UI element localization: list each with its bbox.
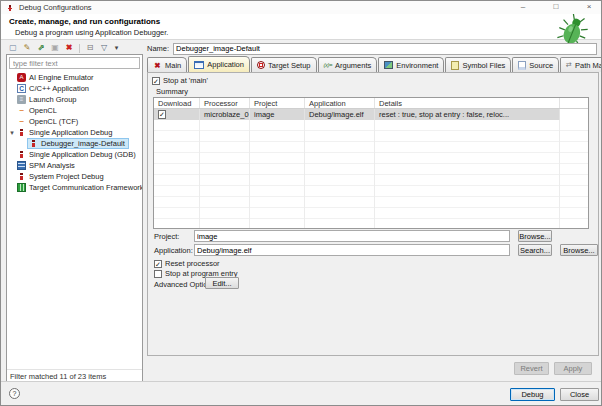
minimize-button[interactable]: – bbox=[517, 1, 529, 13]
application-tab-content: ✓ Stop at 'main' Summary Download Proces… bbox=[147, 72, 599, 356]
sidebar-item-ai-engine-emulator[interactable]: AI Engine Emulator bbox=[7, 72, 142, 83]
tab-source[interactable]: Source bbox=[512, 57, 559, 72]
table-row[interactable]: ✓ microblaze_0 image Debug/image.elf res… bbox=[154, 109, 588, 120]
sidebar-item-target-communication-framework[interactable]: Target Communication Framework bbox=[7, 182, 142, 193]
sidebar-item-spm-analysis[interactable]: SPM Analysis bbox=[7, 160, 142, 171]
window-title: Debug Configurations bbox=[19, 3, 92, 12]
maximize-button[interactable]: □ bbox=[550, 1, 562, 13]
spm-analysis-icon bbox=[17, 161, 26, 170]
tab-main[interactable]: Main bbox=[147, 57, 187, 72]
tree-item-label: Single Application Debug (GDB) bbox=[29, 150, 136, 159]
debug-button[interactable]: Debug bbox=[510, 388, 555, 401]
opencl-icon bbox=[17, 106, 26, 115]
reset-processor-checkbox[interactable]: ✓ bbox=[154, 260, 162, 268]
column-header-processor[interactable]: Processor bbox=[200, 98, 250, 108]
project-browse-button[interactable]: Browse... bbox=[518, 230, 552, 242]
environment-icon bbox=[384, 61, 393, 69]
duplicate-config-icon[interactable]: ▣ bbox=[50, 43, 60, 53]
target-setup-icon bbox=[257, 61, 265, 69]
project-row: Project: Browse... bbox=[154, 230, 594, 242]
filter-input[interactable] bbox=[9, 57, 140, 69]
filter-menu-caret-icon[interactable]: ▾ bbox=[113, 43, 120, 53]
stop-at-main-checkbox-row[interactable]: ✓ Stop at 'main' bbox=[152, 76, 208, 85]
debug-bug-icon bbox=[17, 172, 26, 182]
tab-label: Symbol Files bbox=[462, 61, 505, 70]
sidebar-item-single-application-debug-gdb[interactable]: Single Application Debug (GDB) bbox=[7, 149, 142, 160]
close-window-button[interactable]: × bbox=[583, 1, 595, 13]
name-row: Name: bbox=[147, 42, 599, 55]
application-input[interactable] bbox=[194, 244, 510, 256]
collapse-all-icon[interactable]: ⊟ bbox=[85, 43, 95, 53]
application-label: Application: bbox=[154, 246, 194, 255]
sidebar-item-launch-group[interactable]: Launch Group bbox=[7, 94, 142, 105]
ai-engine-icon bbox=[17, 73, 26, 82]
sidebar-toolbar: ▢ ✎ ⇗ ▣ ✖ ⊟ ▽ ▾ bbox=[6, 42, 143, 54]
stop-at-main-checkbox[interactable]: ✓ bbox=[152, 77, 160, 85]
column-header-project[interactable]: Project bbox=[250, 98, 305, 108]
tab-application[interactable]: Application bbox=[188, 56, 250, 72]
tab-path-map[interactable]: Path Map bbox=[560, 57, 602, 72]
processor-cell: microblaze_0 bbox=[200, 109, 250, 120]
tab-symbol-files[interactable]: Symbol Files bbox=[445, 57, 511, 72]
sidebar-item-opencl[interactable]: OpenCL bbox=[7, 105, 142, 116]
selected-tree-item: Debugger_image-Default bbox=[27, 138, 129, 149]
configurations-tree-panel: AI Engine Emulator C/C++ Application Lau… bbox=[6, 54, 143, 383]
reset-processor-checkbox-row[interactable]: ✓ Reset processor bbox=[154, 259, 220, 268]
tab-label: Application bbox=[207, 60, 244, 69]
stop-at-program-entry-checkbox[interactable] bbox=[154, 270, 162, 278]
debug-bug-icon bbox=[6, 4, 14, 12]
expand-arrow-icon[interactable]: ▾ bbox=[7, 129, 17, 137]
main-icon bbox=[153, 61, 162, 70]
export-config-icon[interactable]: ⇗ bbox=[36, 43, 46, 53]
debug-bug-icon bbox=[29, 139, 38, 149]
column-header-download[interactable]: Download bbox=[154, 98, 200, 108]
tree-item-label: Launch Group bbox=[29, 95, 77, 104]
sidebar-item-opencl-tcf[interactable]: OpenCL (TCF) bbox=[7, 116, 142, 127]
advanced-options-edit-button[interactable]: Edit... bbox=[205, 277, 239, 289]
application-cell: Debug/image.elf bbox=[305, 109, 375, 120]
close-button[interactable]: Close bbox=[560, 388, 599, 401]
banner-subtitle: Debug a program using Application Debugg… bbox=[15, 28, 168, 37]
titlebar: Debug Configurations – □ × bbox=[1, 1, 602, 14]
column-header-details[interactable]: Details bbox=[375, 98, 560, 108]
tab-label: Path Map bbox=[575, 61, 602, 70]
application-search-button[interactable]: Search... bbox=[518, 244, 552, 256]
name-input[interactable] bbox=[173, 43, 597, 55]
application-browse-button[interactable]: Browse... bbox=[560, 244, 598, 256]
apply-button[interactable]: Apply bbox=[554, 362, 592, 375]
download-checkbox[interactable]: ✓ bbox=[158, 110, 166, 119]
tab-environment[interactable]: Environment bbox=[378, 57, 444, 72]
reset-processor-label: Reset processor bbox=[165, 259, 220, 268]
configurations-tree: AI Engine Emulator C/C++ Application Lau… bbox=[7, 71, 142, 369]
revert-button[interactable]: Revert bbox=[514, 362, 549, 375]
table-gridline bbox=[304, 120, 305, 228]
help-icon[interactable]: ? bbox=[9, 388, 20, 399]
sidebar-item-system-project-debug[interactable]: System Project Debug bbox=[7, 171, 142, 182]
tree-item-label: OpenCL (TCF) bbox=[29, 117, 78, 126]
tab-target-setup[interactable]: Target Setup bbox=[251, 57, 317, 72]
banner-title: Create, manage, and run configurations bbox=[9, 17, 160, 26]
filter-config-icon[interactable]: ▽ bbox=[99, 43, 109, 53]
sidebar-item-cpp-application[interactable]: C/C++ Application bbox=[7, 83, 142, 94]
stop-at-main-label: Stop at 'main' bbox=[163, 76, 208, 85]
tree-item-label: C/C++ Application bbox=[29, 84, 89, 93]
tab-label: Main bbox=[165, 61, 181, 70]
tcf-icon bbox=[17, 183, 26, 192]
tree-item-label: AI Engine Emulator bbox=[29, 73, 94, 82]
configuration-editor: Name: Main Application Target Setup Argu… bbox=[147, 42, 599, 383]
sidebar-item-single-application-debug[interactable]: ▾ Single Application Debug bbox=[7, 127, 142, 138]
symbol-files-icon bbox=[451, 61, 459, 70]
new-launch-config-icon[interactable]: ▢ bbox=[8, 43, 18, 53]
delete-config-icon[interactable]: ✖ bbox=[64, 43, 74, 53]
opencl-icon bbox=[17, 117, 26, 126]
download-cell: ✓ bbox=[154, 109, 200, 120]
tab-arguments[interactable]: Arguments bbox=[318, 57, 378, 72]
new-prototype-icon[interactable]: ✎ bbox=[22, 43, 32, 53]
column-header-application[interactable]: Application bbox=[305, 98, 375, 108]
application-row: Application: Search... Browse... bbox=[154, 244, 602, 256]
table-empty-area bbox=[154, 120, 588, 228]
project-input[interactable] bbox=[194, 230, 510, 242]
sidebar-item-debugger-image-default[interactable]: Debugger_image-Default bbox=[7, 138, 142, 149]
debug-configurations-dialog: Debug Configurations – □ × Create, manag… bbox=[0, 0, 602, 406]
tree-item-label: Debugger_image-Default bbox=[41, 139, 125, 148]
